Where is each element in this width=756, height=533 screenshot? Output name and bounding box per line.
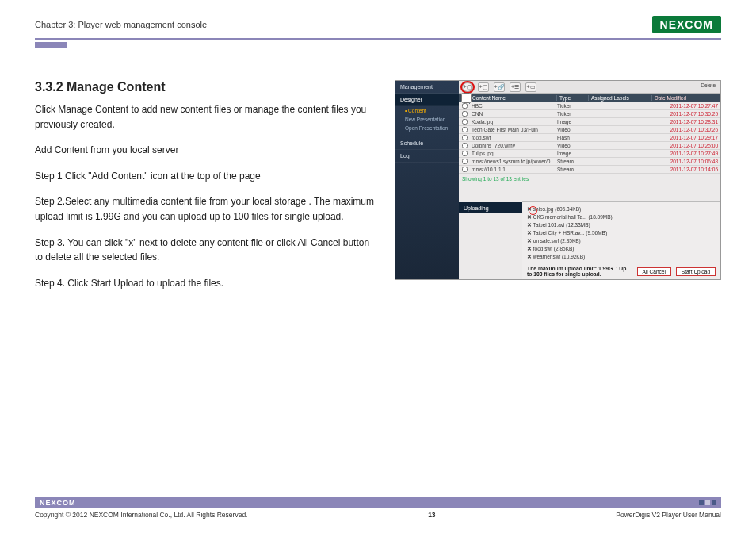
row-checkbox[interactable] (462, 159, 468, 164)
table-header: Content Name Type Assigned Labels Date M… (459, 94, 720, 102)
cell-type: Image (557, 151, 589, 156)
start-upload-button[interactable]: Start Upload (676, 267, 716, 276)
sidebar-item-schedule[interactable]: Schedule (395, 137, 459, 150)
cell-type: Ticker (557, 103, 589, 109)
page-number: 13 (428, 511, 435, 519)
table-row[interactable]: Tech Gate First Main 03(Full)Video2011-1… (459, 126, 720, 134)
table-row[interactable]: mms://10.1.1.1Stream2011-12-07 10:14:05 (459, 166, 720, 174)
footer-bar: NEXCOM (35, 497, 721, 508)
cell-name: Tech Gate First Main 03(Full) (470, 127, 557, 132)
upload-item[interactable]: Taipei 101.avi (12.33MB) (527, 221, 716, 229)
table-row[interactable]: CNNTicker2011-12-07 10:30:25 (459, 110, 720, 118)
cell-name: Koala.jpg (470, 119, 557, 125)
para-step1: Step 1 Click "Add Content" icon at the t… (35, 169, 376, 184)
footer-logo: NEXCOM (40, 499, 76, 507)
th-type[interactable]: Type (557, 95, 589, 101)
delete-link[interactable]: Delete (701, 82, 716, 88)
toolbar-icon-4[interactable]: +☰ (510, 82, 521, 92)
row-checkbox[interactable] (462, 119, 468, 125)
cell-type: Video (557, 127, 589, 132)
upload-item[interactable]: weather.swf (10.92KB) (527, 253, 716, 261)
table-row[interactable]: Dolphins_720.wmvVideo2011-12-07 10:25:00 (459, 142, 720, 150)
cell-date: 2011-12-07 10:27:49 (652, 151, 720, 156)
cell-name: mms://10.1.1.1 (470, 167, 557, 172)
cell-date: 2011-12-07 10:27:47 (652, 103, 720, 109)
cell-date: 2011-12-07 10:14:05 (652, 167, 720, 172)
manual-title: PowerDigis V2 Player User Manual (616, 511, 721, 519)
para-step2: Step 2.Select any multimedia content fil… (35, 194, 376, 224)
table-row[interactable]: Koala.jpgImage2011-12-07 10:28:31 (459, 118, 720, 126)
sidebar-sub-content[interactable]: • Content (395, 106, 459, 115)
upload-item[interactable]: on sale.swf (2.85KB) (527, 237, 716, 245)
row-checkbox[interactable] (462, 111, 468, 117)
table-body: HBCTicker2011-12-07 10:27:47CNNTicker201… (459, 102, 720, 174)
sidebar-item-management[interactable]: Management (395, 81, 459, 94)
table-row[interactable]: mms://news1.sysmm.tc.jp/power/06/Diathek… (459, 158, 720, 166)
row-checkbox[interactable] (462, 167, 468, 172)
cell-date: 2011-12-07 10:06:48 (652, 159, 720, 164)
uploading-tab[interactable]: Uploading (459, 202, 522, 213)
table-row[interactable]: food.swfFlash2011-12-07 10:29:17 (459, 134, 720, 142)
para-intro: Click Manage Content to add new content … (35, 102, 376, 132)
cell-type: Stream (557, 167, 589, 172)
table-row[interactable]: HBCTicker2011-12-07 10:27:47 (459, 102, 720, 110)
sidebar-item-log[interactable]: Log (395, 150, 459, 163)
header-rule-tab (35, 42, 67, 48)
section-title: 3.3.2 Manage Content (35, 80, 376, 94)
cell-name: HBC (470, 103, 557, 109)
cell-type: Flash (557, 135, 589, 140)
cell-type: Video (557, 143, 589, 148)
th-labels[interactable]: Assigned Labels (589, 95, 652, 101)
para-step3: Step 3. You can click "x" next to delete… (35, 236, 376, 265)
toolbar-icon-3[interactable]: +🔗 (494, 82, 505, 92)
row-checkbox[interactable] (462, 127, 468, 132)
cell-name: Dolphins_720.wmv (470, 143, 557, 148)
cell-name: food.swf (470, 135, 557, 140)
footer-deco-icon (699, 500, 716, 505)
cell-type: Stream (557, 159, 589, 164)
th-name[interactable]: Content Name (470, 95, 557, 101)
cell-date: 2011-12-07 10:30:26 (652, 127, 720, 132)
cell-type: Ticker (557, 111, 589, 117)
cell-date: 2011-12-07 10:28:31 (652, 119, 720, 125)
uploading-pane: Uploading ships.jpg (606.34KB) CKS memor… (522, 201, 720, 279)
th-date[interactable]: Date Modified (652, 95, 720, 101)
upload-item[interactable]: food.swf (2.85KB) (527, 245, 716, 253)
cell-type: Image (557, 119, 589, 125)
content-toolbar: +▢ +▢ +🔗 +☰ +▭ Delete (459, 81, 720, 94)
cell-date: 2011-12-07 10:30:25 (652, 111, 720, 117)
row-checkbox[interactable] (462, 135, 468, 140)
upload-item[interactable]: Taipei City + HSR.av... (9.56MB) (527, 229, 716, 237)
sidebar-item-designer[interactable]: Designer (395, 94, 459, 106)
upload-limit-text: The maximum upload limit: 1.99G. ; Up to… (527, 266, 632, 277)
upload-item[interactable]: ships.jpg (606.34KB) (527, 205, 716, 213)
brand-logo: NEXCOM (652, 16, 721, 33)
app-screenshot: Management Designer • Content New Presen… (395, 80, 721, 280)
delete-highlight-icon (529, 206, 537, 215)
sidebar-sub-newpres[interactable]: New Presentation (395, 115, 459, 124)
row-checkbox[interactable] (462, 103, 468, 109)
copyright-text: Copyright © 2012 NEXCOM International Co… (35, 511, 247, 519)
chapter-label: Chapter 3: Player web management console (35, 20, 207, 29)
row-checkbox[interactable] (462, 151, 468, 156)
row-checkbox[interactable] (462, 143, 468, 148)
table-row[interactable]: Tulips.jpgImage2011-12-07 10:27:49 (459, 150, 720, 158)
cell-name: Tulips.jpg (470, 151, 557, 156)
toolbar-icon-2[interactable]: +▢ (478, 82, 489, 92)
toolbar-icon-5[interactable]: +▭ (525, 82, 536, 92)
upload-item[interactable]: CKS memorial hall Ta... (18.89MB) (527, 213, 716, 221)
cell-date: 2011-12-07 10:25:00 (652, 143, 720, 148)
cell-date: 2011-12-07 10:29:17 (652, 135, 720, 140)
sidebar-sub-openpres[interactable]: Open Presentation (395, 124, 459, 132)
cell-name: mms://news1.sysmm.tc.jp/power/06/Diathek… (470, 159, 557, 164)
all-cancel-button[interactable]: All Cancel (637, 267, 671, 276)
showing-label: Showing 1 to 13 of 13 entries (459, 174, 720, 184)
upload-list: ships.jpg (606.34KB) CKS memorial hall T… (522, 202, 720, 263)
para-step4: Step 4. Click Start Upload to upload the… (35, 276, 376, 291)
sidebar: Management Designer • Content New Presen… (395, 81, 459, 279)
cell-name: CNN (470, 111, 557, 117)
header-rule (35, 38, 721, 40)
para-sub: Add Content from you local server (35, 143, 376, 158)
add-content-icon[interactable]: +▢ (462, 82, 473, 92)
